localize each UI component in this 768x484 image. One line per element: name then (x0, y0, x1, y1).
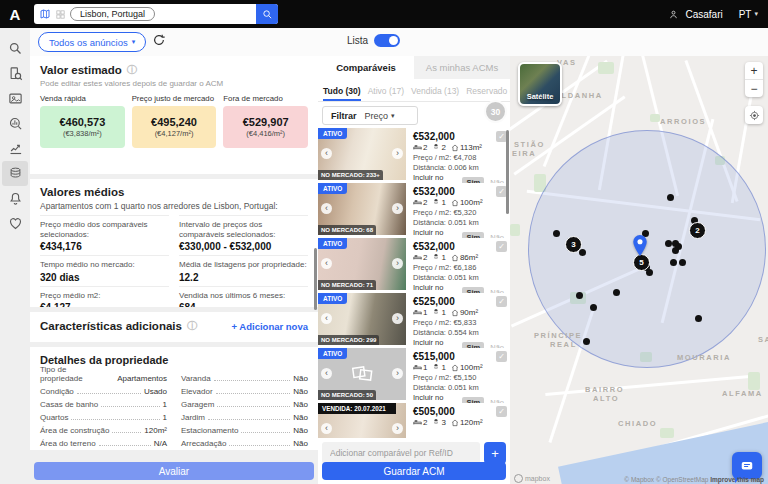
add-comparable-input[interactable] (322, 442, 480, 464)
carousel-prev-icon[interactable]: ‹ (321, 148, 332, 159)
listing-marker[interactable] (579, 249, 586, 256)
listing-marker[interactable] (679, 259, 686, 266)
listing-marker[interactable] (672, 247, 679, 254)
geolocate-button[interactable] (745, 106, 763, 124)
carousel-next-icon[interactable]: › (392, 368, 403, 379)
carousel-prev-icon[interactable]: ‹ (321, 258, 332, 269)
listing-marker[interactable] (646, 269, 653, 276)
quick-sale-value-box: €460,573 (€3,838/m²) (40, 106, 125, 148)
top-bar: A Lisbon, Portugal Casafari PT ▾ (0, 0, 768, 28)
satellite-layer-button[interactable]: Satélite (518, 62, 562, 106)
grid-view-icon[interactable] (55, 9, 66, 20)
osm-attribution[interactable]: © OpenStreetMap (656, 476, 708, 483)
listing-marker[interactable] (583, 338, 590, 345)
subtab-tudo[interactable]: Tudo (30) (323, 86, 361, 101)
select-checkbox[interactable]: ✓ (496, 296, 507, 307)
carousel-next-icon[interactable]: › (392, 148, 403, 159)
stats-icon[interactable] (2, 136, 28, 161)
language-selector[interactable]: PT ▾ (739, 9, 758, 20)
property-search-icon[interactable] (2, 61, 28, 86)
listing-marker[interactable] (590, 304, 597, 311)
detail-row: EstacionamentoNão (181, 422, 308, 435)
chat-button[interactable] (732, 452, 762, 479)
status-badge: ATIVO (318, 348, 347, 359)
map-search-icon[interactable] (39, 8, 51, 20)
subject-property-pin[interactable] (631, 234, 649, 257)
area-icon (451, 254, 459, 262)
listing-marker[interactable] (576, 292, 583, 299)
casafari-logo[interactable]: A (0, 0, 30, 28)
days-on-market-badge: NO MERCADO: 50 (318, 390, 376, 400)
carousel-next-icon[interactable]: › (392, 423, 403, 434)
distance: Distância: 0.554 km (413, 328, 506, 337)
carousel-next-icon[interactable]: › (392, 258, 403, 269)
comparable-card[interactable]: ATIVO NO MERCADO: 50 ‹ › €515,000 ✓ 1 1 … (318, 348, 510, 400)
carousel-prev-icon[interactable]: ‹ (321, 368, 332, 379)
sort-dropdown[interactable]: Preço ▾ (365, 111, 395, 121)
select-checkbox[interactable]: ✓ (496, 351, 507, 362)
refresh-icon[interactable] (152, 33, 166, 47)
listing-marker[interactable] (613, 289, 620, 296)
save-acm-button[interactable]: Guardar ACM (322, 462, 506, 480)
valuation-icon[interactable] (2, 161, 28, 186)
carousel-prev-icon[interactable]: ‹ (321, 313, 332, 324)
carousel-next-icon[interactable]: › (392, 313, 403, 324)
carousel-next-icon[interactable]: › (392, 203, 403, 214)
add-feature-link[interactable]: + Adicionar nova (232, 321, 308, 332)
info-icon[interactable]: ⓘ (187, 319, 197, 333)
comparable-card[interactable]: ATIVO NO MERCADO: 68 ‹ › €532,000 ✓ 2 1 … (318, 183, 510, 235)
media-icon[interactable] (2, 86, 28, 111)
listing-marker[interactable] (553, 230, 560, 237)
mapbox-attribution[interactable]: © Mapbox (624, 476, 654, 483)
notifications-bell-icon[interactable] (2, 186, 28, 211)
all-listings-dropdown[interactable]: Todos os anúncios ▾ (38, 32, 146, 52)
evaluate-button[interactable]: Avaliar (34, 462, 314, 480)
comparable-card[interactable]: ATIVO NO MERCADO: 233+ ‹ › €532,000 ✓ 2 … (318, 128, 510, 180)
comparable-card[interactable]: ATIVO NO MERCADO: 299 ‹ › €525,000 ✓ 1 1… (318, 293, 510, 345)
filter-control[interactable]: Filtrar Preço ▾ (322, 106, 418, 125)
info-icon[interactable]: ⓘ (127, 63, 137, 77)
market-analysis-icon[interactable] (2, 111, 28, 136)
carousel-prev-icon[interactable]: ‹ (321, 203, 332, 214)
zoom-in-button[interactable]: + (745, 62, 763, 79)
average-values-subtitle: Apartamentos com 1 quarto nos arredores … (40, 201, 308, 211)
bed-icon (413, 363, 422, 372)
listing-marker[interactable] (665, 240, 672, 247)
location-chip[interactable]: Lisbon, Portugal (70, 7, 155, 21)
listing-price: €525,000 (413, 296, 506, 307)
left-panel-scrollbar[interactable] (314, 248, 317, 310)
listing-marker[interactable] (695, 315, 702, 322)
search-bar[interactable]: Lisbon, Portugal (34, 4, 278, 24)
additional-features-title: Características adicionais (40, 320, 182, 332)
caret-down-icon: ▾ (132, 38, 136, 46)
listing-price: €532,000 (413, 131, 506, 142)
listing-marker[interactable] (670, 259, 677, 266)
lista-toggle[interactable] (374, 34, 400, 47)
list-scrollbar[interactable] (506, 130, 509, 214)
comparable-card[interactable]: ATIVO NO MERCADO: 71 ‹ › €532,000 ✓ 2 1 … (318, 238, 510, 290)
add-comparable-button[interactable]: + (484, 442, 506, 464)
select-checkbox[interactable]: ✓ (496, 241, 507, 252)
subtab-vendida[interactable]: Vendida (13) (411, 86, 459, 101)
listing-marker[interactable] (667, 194, 674, 201)
user-name[interactable]: Casafari (685, 9, 722, 20)
comparable-card[interactable]: VENDIDA: 20.07.2021 ‹ › €505,000 ✓ 2 3 1… (318, 403, 510, 438)
marker-cluster[interactable]: 3 (565, 236, 582, 253)
comparables-list[interactable]: ATIVO NO MERCADO: 233+ ‹ › €532,000 ✓ 2 … (318, 128, 510, 438)
zoom-out-button[interactable]: − (745, 79, 763, 97)
search-button[interactable] (256, 4, 278, 24)
carousel-prev-icon[interactable]: ‹ (321, 423, 332, 434)
map[interactable]: VAS SALDANHA ARROIOS STIÃO EIRA PRÍNCIPE… (510, 56, 768, 484)
tab-minhas-acms[interactable]: As minhas ACMs (414, 56, 510, 79)
search-icon[interactable] (2, 36, 28, 61)
marker-cluster[interactable]: 2 (689, 222, 706, 239)
district-label: STIÃO (514, 140, 545, 149)
select-checkbox[interactable]: ✓ (496, 406, 507, 417)
improve-map-link[interactable]: Improve this map (710, 476, 764, 483)
detail-row: Área do terrenoN/A (40, 435, 167, 448)
favorites-heart-icon[interactable] (2, 211, 28, 236)
subtab-ativo[interactable]: Ativo (17) (368, 86, 404, 101)
tab-comparaveis[interactable]: Comparáveis (318, 56, 414, 79)
district-label-bairro-alto: BAIRRO (585, 385, 624, 394)
filter-label[interactable]: Filtrar (331, 111, 357, 121)
